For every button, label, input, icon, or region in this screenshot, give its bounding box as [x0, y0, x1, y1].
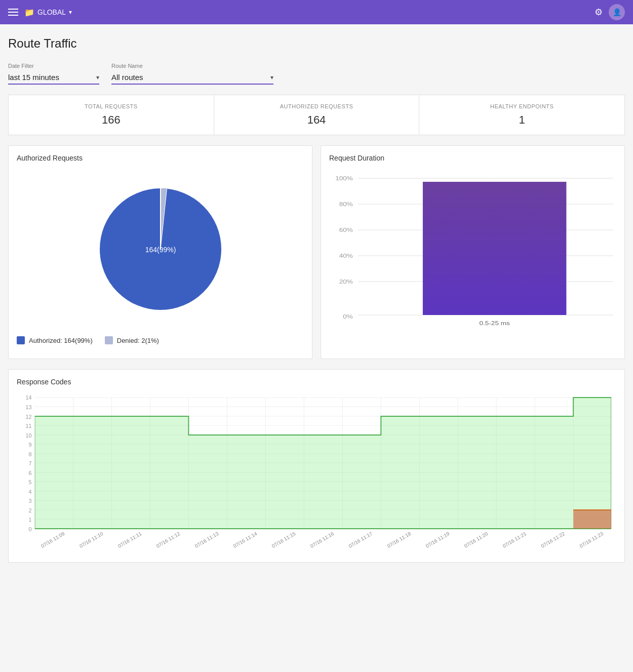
- route-name-chevron: ▾: [270, 74, 273, 81]
- app-header: 📁 GLOBAL ▾ ⚙ 👤: [0, 0, 633, 24]
- stat-total-requests-label: TOTAL REQUESTS: [19, 103, 204, 109]
- svg-text:60%: 60%: [339, 227, 353, 233]
- main-content: Route Traffic Date Filter last 15 minute…: [0, 24, 633, 585]
- svg-text:0.5-25 ms: 0.5-25 ms: [480, 320, 510, 326]
- green-area: [35, 398, 612, 529]
- stat-total-requests-value: 166: [19, 113, 204, 127]
- svg-text:07/16 11:16: 07/16 11:16: [309, 531, 335, 549]
- svg-text:13: 13: [26, 404, 32, 410]
- legend-dot-authorized: [17, 336, 25, 344]
- menu-button[interactable]: [8, 9, 18, 16]
- date-filter-chevron: ▾: [96, 74, 99, 81]
- pie-chart-svg: 164(99%): [90, 178, 231, 320]
- stats-row: TOTAL REQUESTS 166 AUTHORIZED REQUESTS 1…: [8, 95, 625, 135]
- svg-text:20%: 20%: [339, 279, 353, 285]
- svg-text:07/16 11:21: 07/16 11:21: [502, 531, 528, 549]
- svg-text:10: 10: [26, 432, 32, 439]
- request-duration-card: Request Duration 100% 80% 60% 40% 20% 0%: [321, 145, 625, 359]
- svg-text:07/16 11:20: 07/16 11:20: [463, 531, 489, 549]
- svg-text:07/16 11:14: 07/16 11:14: [232, 531, 258, 549]
- svg-text:07/16 11:10: 07/16 11:10: [78, 531, 104, 549]
- svg-text:07/16 11:09: 07/16 11:09: [40, 531, 66, 549]
- stat-total-requests: TOTAL REQUESTS 166: [9, 95, 214, 135]
- date-filter-group: Date Filter last 15 minutes ▾: [8, 63, 99, 85]
- svg-text:40%: 40%: [339, 253, 353, 259]
- legend-authorized: Authorized: 164(99%): [17, 336, 93, 344]
- error-area: [573, 510, 611, 529]
- route-name-select[interactable]: All routes ▾: [111, 71, 273, 85]
- svg-text:07/16 11:11: 07/16 11:11: [117, 531, 143, 549]
- svg-text:0%: 0%: [343, 313, 353, 320]
- svg-text:14: 14: [26, 394, 32, 401]
- svg-text:80%: 80%: [339, 201, 353, 207]
- legend-authorized-label: Authorized: 164(99%): [29, 337, 93, 344]
- pie-chart-container: 164(99%): [17, 168, 304, 330]
- svg-text:07/16 11:19: 07/16 11:19: [425, 531, 451, 549]
- response-codes-card: Response Codes 14 13 12 11 10 9 8 7 6 5 …: [8, 369, 625, 563]
- settings-icon[interactable]: ⚙: [595, 7, 603, 18]
- svg-text:9: 9: [29, 442, 32, 448]
- request-duration-title: Request Duration: [329, 154, 616, 162]
- charts-row: Authorized Requests 164(99%): [8, 145, 625, 359]
- date-filter-select[interactable]: last 15 minutes ▾: [8, 71, 99, 85]
- svg-text:11: 11: [26, 423, 32, 429]
- pie-center-label: 164(99%): [145, 246, 176, 254]
- authorized-requests-card: Authorized Requests 164(99%): [8, 145, 312, 359]
- avatar[interactable]: 👤: [609, 4, 625, 20]
- date-filter-value: last 15 minutes: [8, 73, 92, 82]
- header-left: 📁 GLOBAL ▾: [8, 8, 72, 17]
- svg-text:07/16 11:22: 07/16 11:22: [540, 531, 566, 549]
- svg-text:0: 0: [29, 526, 32, 532]
- date-filter-label: Date Filter: [8, 63, 99, 69]
- svg-text:100%: 100%: [335, 175, 353, 181]
- svg-text:12: 12: [26, 414, 32, 420]
- stat-authorized-requests-label: AUTHORIZED REQUESTS: [224, 103, 409, 109]
- svg-text:7: 7: [29, 460, 32, 466]
- svg-text:5: 5: [29, 479, 32, 485]
- stat-healthy-endpoints: HEALTHY ENDPOINTS 1: [419, 95, 624, 135]
- pie-legend: Authorized: 164(99%) Denied: 2(1%): [17, 330, 304, 350]
- svg-text:1: 1: [29, 517, 32, 523]
- folder-icon: 📁: [24, 8, 34, 17]
- authorized-requests-title: Authorized Requests: [17, 154, 304, 162]
- svg-text:07/16 11:12: 07/16 11:12: [155, 531, 181, 549]
- legend-dot-denied: [105, 336, 113, 344]
- svg-text:07/16 11:15: 07/16 11:15: [271, 531, 297, 549]
- bar-chart-svg: 100% 80% 60% 40% 20% 0%: [329, 168, 616, 330]
- filters-row: Date Filter last 15 minutes ▾ Route Name…: [8, 63, 625, 85]
- brand-area[interactable]: 📁 GLOBAL ▾: [24, 8, 72, 17]
- chevron-down-icon: ▾: [69, 9, 72, 16]
- stat-healthy-endpoints-value: 1: [429, 113, 614, 127]
- svg-rect-15: [423, 182, 567, 315]
- stat-authorized-requests: AUTHORIZED REQUESTS 164: [214, 95, 420, 135]
- legend-denied-label: Denied: 2(1%): [117, 337, 159, 344]
- bar-chart-area: 100% 80% 60% 40% 20% 0%: [329, 168, 616, 330]
- svg-text:4: 4: [29, 489, 32, 495]
- page-title: Route Traffic: [8, 36, 625, 51]
- response-codes-title: Response Codes: [17, 378, 616, 386]
- route-name-label: Route Name: [111, 63, 273, 69]
- svg-text:3: 3: [29, 498, 32, 504]
- stat-authorized-requests-value: 164: [224, 113, 409, 127]
- svg-text:6: 6: [29, 470, 32, 476]
- svg-text:07/16 11:17: 07/16 11:17: [348, 531, 374, 549]
- route-name-value: All routes: [111, 73, 266, 82]
- svg-text:8: 8: [29, 451, 32, 457]
- response-chart-area: 14 13 12 11 10 9 8 7 6 5 4 3 2 1 0: [17, 392, 616, 554]
- header-right: ⚙ 👤: [595, 4, 625, 20]
- route-name-filter-group: Route Name All routes ▾: [111, 63, 273, 85]
- svg-text:07/16 11:23: 07/16 11:23: [579, 531, 605, 549]
- brand-label: GLOBAL: [37, 8, 66, 16]
- response-chart-svg: 14 13 12 11 10 9 8 7 6 5 4 3 2 1 0: [17, 392, 616, 554]
- legend-denied: Denied: 2(1%): [105, 336, 159, 344]
- svg-text:07/16 11:13: 07/16 11:13: [194, 531, 220, 549]
- svg-text:07/16 11:18: 07/16 11:18: [386, 531, 412, 549]
- svg-text:2: 2: [29, 507, 32, 513]
- stat-healthy-endpoints-label: HEALTHY ENDPOINTS: [429, 103, 614, 109]
